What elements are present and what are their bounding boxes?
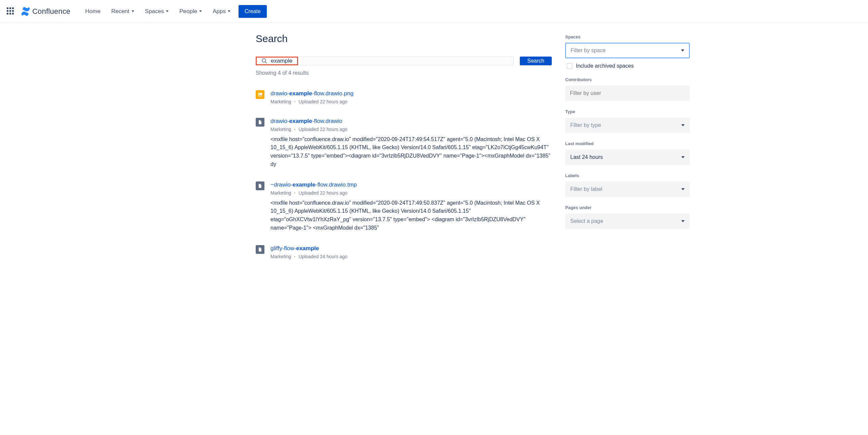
filter-pagesunder-select[interactable]: Select a page [565,213,690,229]
result-body: ~drawio-example-flow.drawio.tmpMarketing… [271,181,552,232]
image-icon [256,90,265,99]
result-body: gliffy-flow-exampleMarketing ・ Uploaded … [271,244,552,260]
search-term-highlight: example [256,57,298,65]
search-result: ~drawio-example-flow.drawio.tmpMarketing… [256,181,552,232]
file-icon [256,118,265,126]
file-icon [256,245,265,254]
search-result: drawio-example-flow.drawioMarketing ・ Up… [256,117,552,169]
svg-point-3 [259,94,260,95]
search-result: drawio-example-flow.drawio.pngMarketing … [256,90,552,105]
filter-spaces-label: Spaces [565,34,690,39]
nav-people[interactable]: People [175,5,207,18]
search-row: example Search [256,57,552,65]
include-archived-label: Include archived spaces [576,63,634,69]
product-name: Confluence [32,7,70,16]
filter-spaces-select[interactable]: Filter by space [565,43,690,58]
result-title-link[interactable]: drawio-example-flow.drawio [271,117,552,125]
result-body: drawio-example-flow.drawioMarketing ・ Up… [271,117,552,169]
include-archived-checkbox[interactable] [566,63,572,69]
chevron-down-icon [681,50,684,52]
confluence-icon [21,7,30,16]
result-title-link[interactable]: drawio-example-flow.drawio.png [271,90,552,98]
filters-sidebar: Spaces Filter by space Include archived … [565,33,690,260]
result-meta: Marketing ・ Uploaded 22 hours ago [271,190,552,196]
filter-lastmodified-value: Last 24 hours [570,154,603,160]
chevron-down-icon [228,10,230,12]
search-container: example [256,57,514,65]
include-archived-row: Include archived spaces [565,63,690,69]
nav-recent[interactable]: Recent [107,5,139,18]
result-snippet: <mxfile host="confluence.draw.io" modifi… [271,135,552,169]
chevron-down-icon [681,188,685,190]
filter-pagesunder-placeholder: Select a page [570,218,603,224]
search-input[interactable] [298,57,514,65]
nav-apps[interactable]: Apps [208,5,235,18]
result-count: Showing 4 of 4 results [256,70,552,76]
svg-point-0 [262,59,266,62]
search-result: gliffy-flow-exampleMarketing ・ Uploaded … [256,244,552,260]
filter-spaces-placeholder: Filter by space [570,48,606,54]
result-meta: Marketing ・ Uploaded 22 hours ago [271,126,552,133]
result-body: drawio-example-flow.drawio.pngMarketing … [271,90,552,105]
filter-type-placeholder: Filter by type [570,122,601,128]
filter-labels-placeholder: Filter by label [570,186,602,192]
chevron-down-icon [166,10,168,12]
chevron-down-icon [131,10,134,12]
filter-type-label: Type [565,109,690,114]
filter-contributors-input[interactable] [565,86,690,101]
search-term: example [271,58,292,64]
results-list: drawio-example-flow.drawio.pngMarketing … [256,90,552,260]
search-button[interactable]: Search [520,57,552,65]
filter-lastmodified-label: Last modified [565,141,690,146]
create-button[interactable]: Create [239,5,267,18]
chevron-down-icon [681,124,685,126]
filter-labels-select[interactable]: Filter by label [565,181,690,197]
result-title-link[interactable]: ~drawio-example-flow.drawio.tmp [271,181,552,189]
filter-pagesunder-label: Pages under [565,205,690,210]
filter-labels-label: Labels [565,173,690,178]
filter-lastmodified-select[interactable]: Last 24 hours [565,149,690,165]
chevron-down-icon [681,156,685,158]
chevron-down-icon [681,220,685,222]
nav-spaces[interactable]: Spaces [140,5,174,18]
result-title-link[interactable]: gliffy-flow-example [271,244,552,253]
result-snippet: <mxfile host="confluence.draw.io" modifi… [271,199,552,232]
page-title: Search [256,33,552,45]
app-switcher-icon[interactable] [7,7,15,16]
search-icon [261,58,268,64]
filter-type-select[interactable]: Filter by type [565,117,690,133]
top-nav: Confluence Home Recent Spaces People App… [0,0,868,23]
result-meta: Marketing ・ Uploaded 24 hours ago [271,254,552,260]
file-icon [256,181,265,190]
nav-home[interactable]: Home [81,5,105,18]
nav-items: Home Recent Spaces People Apps [81,5,235,18]
svg-line-1 [265,62,267,63]
confluence-logo[interactable]: Confluence [21,7,70,16]
chevron-down-icon [199,10,202,12]
search-content: Search example Search Showing 4 of 4 res… [256,33,552,260]
result-meta: Marketing ・ Uploaded 22 hours ago [271,99,552,105]
filter-contributors-label: Contributors [565,77,690,82]
